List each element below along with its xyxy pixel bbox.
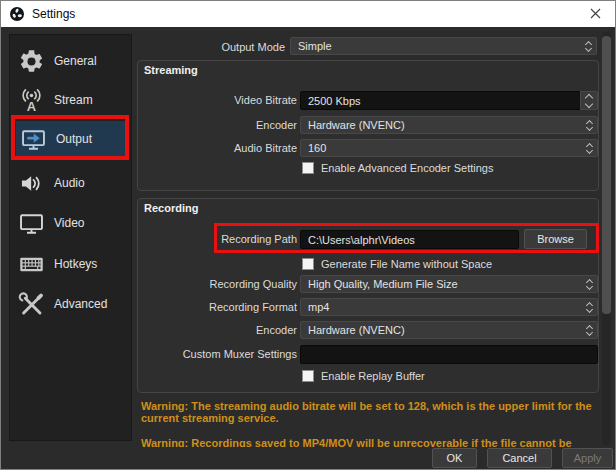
cancel-button[interactable]: Cancel: [487, 448, 552, 468]
stream-encoder-label: Encoder: [138, 119, 297, 131]
stream-encoder-value: Hardware (NVENC): [301, 119, 581, 131]
custom-muxer-input[interactable]: [300, 345, 598, 364]
chevron-updown-icon: [581, 276, 597, 292]
scrollbar-track[interactable]: [602, 32, 611, 445]
recording-group-title: Recording: [144, 202, 198, 214]
sidebar-item-label: Output: [56, 132, 92, 146]
sidebar-item-advanced[interactable]: Advanced: [14, 286, 127, 322]
output-mode-dropdown[interactable]: Simple: [290, 37, 597, 55]
streaming-group: Streaming Video Bitrate 2500 Kbps Encode…: [137, 60, 599, 191]
recording-quality-value: High Quality, Medium File Size: [301, 278, 581, 290]
audio-bitrate-dropdown[interactable]: 160: [300, 139, 598, 157]
monitor-icon: [18, 210, 45, 237]
sidebar-item-hotkeys[interactable]: Hotkeys: [14, 246, 127, 282]
stream-encoder-dropdown[interactable]: Hardware (NVENC): [300, 116, 598, 134]
advanced-encoder-checkbox-label: Enable Advanced Encoder Settings: [321, 162, 493, 174]
sidebar-item-label: Video: [54, 216, 84, 230]
title-bar: Settings: [1, 1, 615, 27]
chevron-updown-icon: [580, 38, 596, 54]
chevron-updown-icon: [581, 322, 597, 338]
close-button[interactable]: [579, 1, 611, 26]
sidebar-item-label: Stream: [54, 93, 93, 107]
replay-buffer-checkbox-label: Enable Replay Buffer: [321, 370, 425, 382]
generate-filename-checkbox-label: Generate File Name without Space: [321, 258, 492, 270]
scrollbar-thumb[interactable]: [602, 36, 611, 314]
advanced-encoder-checkrow: Enable Advanced Encoder Settings: [302, 162, 493, 174]
warning-audio-bitrate: Warning: The streaming audio bitrate wil…: [141, 400, 599, 424]
chevron-updown-icon: [581, 117, 597, 133]
audio-bitrate-label: Audio Bitrate: [138, 142, 297, 154]
recording-format-value: mp4: [301, 301, 581, 313]
sidebar: General A Stream Output Audio: [9, 34, 132, 441]
streaming-group-title: Streaming: [144, 64, 198, 76]
generate-filename-checkbox[interactable]: [302, 258, 314, 270]
video-bitrate-spinner[interactable]: [580, 91, 598, 110]
recording-encoder-label: Encoder: [138, 324, 297, 336]
recording-quality-label: Recording Quality: [138, 278, 297, 290]
replay-buffer-checkrow: Enable Replay Buffer: [302, 370, 425, 382]
recording-encoder-value: Hardware (NVENC): [301, 324, 581, 336]
sidebar-item-label: Advanced: [54, 297, 107, 311]
settings-window: Settings General A Stream: [0, 0, 616, 470]
output-mode-label: Output Mode: [151, 41, 285, 53]
sidebar-item-video[interactable]: Video: [14, 205, 127, 241]
ok-button[interactable]: OK: [432, 448, 477, 468]
sidebar-item-label: Audio: [54, 176, 85, 190]
custom-muxer-label: Custom Muxer Settings: [138, 348, 297, 360]
gear-icon: [18, 48, 45, 75]
recording-format-dropdown[interactable]: mp4: [300, 298, 598, 316]
replay-buffer-checkbox[interactable]: [302, 370, 314, 382]
obs-logo-icon: [9, 6, 25, 22]
advanced-encoder-checkbox[interactable]: [302, 162, 314, 174]
spinner-down-icon: [585, 99, 593, 107]
chevron-updown-icon: [581, 140, 597, 156]
output-mode-value: Simple: [291, 40, 580, 52]
close-icon: [590, 8, 601, 19]
sidebar-item-label: Hotkeys: [54, 257, 97, 271]
browse-button[interactable]: Browse: [524, 229, 587, 249]
generate-filename-checkrow: Generate File Name without Space: [302, 258, 492, 270]
warnings-area: Warning: The streaming audio bitrate wil…: [141, 400, 599, 447]
keyboard-icon: [18, 251, 45, 278]
recording-quality-dropdown[interactable]: High Quality, Medium File Size: [300, 275, 598, 293]
window-title: Settings: [32, 7, 75, 21]
apply-button[interactable]: Apply: [562, 448, 613, 468]
recording-group: Recording Recording Path C:\Users\alphr\…: [137, 198, 599, 393]
chevron-updown-icon: [581, 299, 597, 315]
recording-encoder-dropdown[interactable]: Hardware (NVENC): [300, 321, 598, 339]
sidebar-item-audio[interactable]: Audio: [14, 165, 127, 201]
svg-text:A: A: [27, 98, 36, 113]
output-monitor-arrow-icon: [20, 126, 47, 153]
recording-path-input[interactable]: C:\Users\alphr\Videos: [300, 230, 519, 249]
video-bitrate-input[interactable]: 2500 Kbps: [300, 91, 581, 110]
speaker-icon: [18, 170, 45, 197]
recording-path-label: Recording Path: [138, 233, 297, 245]
warning-mp4-recovery: Warning: Recordings saved to MP4/MOV wil…: [141, 437, 599, 447]
sidebar-item-output[interactable]: Output: [16, 121, 129, 157]
audio-bitrate-value: 160: [301, 142, 581, 154]
tools-icon: [18, 291, 45, 318]
video-bitrate-label: Video Bitrate: [138, 94, 297, 106]
sidebar-item-stream[interactable]: A Stream: [14, 82, 127, 118]
recording-format-label: Recording Format: [138, 301, 297, 313]
sidebar-item-label: General: [54, 54, 97, 68]
sidebar-item-general[interactable]: General: [14, 43, 127, 79]
broadcast-antenna-icon: A: [18, 87, 45, 114]
